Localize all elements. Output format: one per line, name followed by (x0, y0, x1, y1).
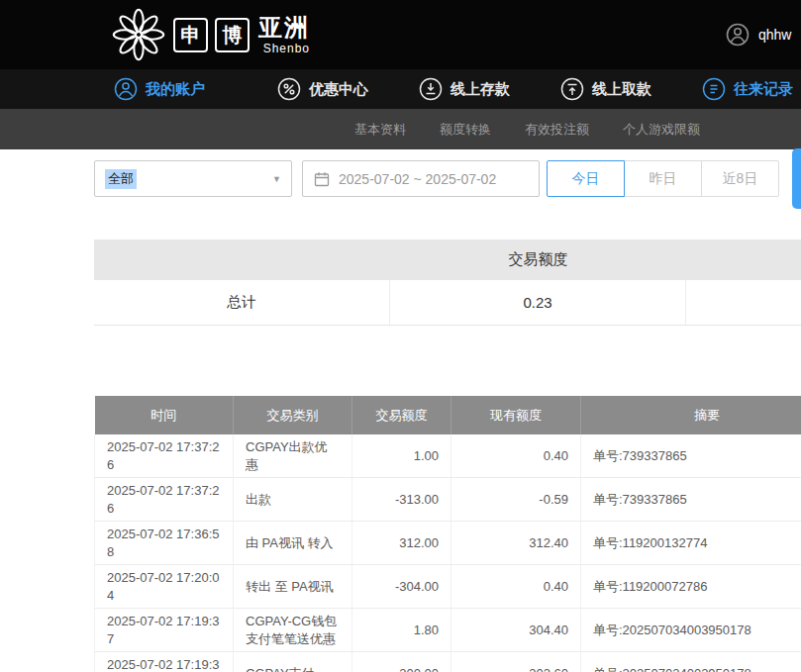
withdraw-icon (560, 77, 584, 101)
nav-item-my-account[interactable]: 我的账户 (114, 69, 205, 109)
summary-header-label: 交易额度 (390, 250, 686, 269)
logo-region-text: 亚洲 (258, 16, 310, 40)
page: 申 博 亚洲 Shenbo qhhw (0, 0, 801, 672)
cell-amount: 1.00 (352, 434, 451, 478)
type-select[interactable]: 全部 ▼ (94, 160, 292, 197)
nav-item-withdraw[interactable]: 线上取款 (560, 69, 651, 109)
cell-type: CGPAY-CG钱包支付笔笔送优惠 (234, 609, 352, 652)
top-header: 申 博 亚洲 Shenbo qhhw (0, 0, 801, 69)
cell-summary: 单号:202507034003950178 (581, 609, 801, 652)
cell-time: 2025-07-02 17:36:58 (95, 522, 234, 565)
transactions-table: 时间 交易类别 交易额度 现有额度 摘要 2025-07-02 17:37:26… (94, 396, 801, 672)
cell-amount: 312.00 (352, 522, 451, 565)
cell-type: CGPAY出款优惠 (234, 434, 352, 478)
column-header-type: 交易类别 (234, 396, 352, 434)
cell-summary: 单号:739337865 (581, 478, 801, 522)
table-row: 2025-07-02 17:19:37CGPAY支付300.00302.60单号… (95, 652, 801, 672)
deposit-icon (419, 77, 443, 101)
brand-logo: 申 博 亚洲 Shenbo (111, 7, 310, 62)
cell-balance: 0.40 (451, 565, 581, 609)
summary-table: 交易额度 总计 0.23 (94, 240, 801, 326)
table-row: 2025-07-02 17:37:26出款-313.00-0.59单号:7393… (95, 478, 801, 522)
side-tab[interactable] (792, 148, 801, 209)
subnav-item-game-limits[interactable]: 个人游戏限额 (623, 121, 700, 139)
calendar-icon (314, 171, 330, 187)
cell-amount: -304.00 (352, 565, 451, 609)
yesterday-button[interactable]: 昨日 (624, 160, 702, 197)
cell-balance: 302.60 (451, 652, 581, 672)
date-range-input[interactable]: 2025-07-02 ~ 2025-07-02 (302, 160, 540, 197)
logo-char-shen: 申 (173, 18, 208, 52)
subnav-item-credit-transfer[interactable]: 额度转换 (440, 121, 491, 139)
flower-logo-icon (111, 7, 166, 62)
avatar-icon (726, 23, 750, 47)
cell-balance: -0.59 (451, 478, 581, 522)
column-header-amount: 交易额度 (352, 396, 451, 434)
subnav-item-valid-bets[interactable]: 有效投注额 (525, 121, 589, 139)
cell-time: 2025-07-02 17:19:37 (95, 652, 234, 672)
cell-time: 2025-07-02 17:37:26 (95, 478, 234, 522)
last8days-button[interactable]: 近8日 (701, 160, 779, 197)
username-text: qhhw (758, 27, 791, 43)
date-range-value: 2025-07-02 ~ 2025-07-02 (339, 171, 496, 187)
table-row: 2025-07-02 17:37:26CGPAY出款优惠1.000.40单号:7… (95, 434, 801, 478)
table-row: 2025-07-02 17:19:37CGPAY-CG钱包支付笔笔送优惠1.80… (95, 609, 801, 652)
cell-summary: 单号:119200072786 (581, 565, 801, 609)
records-icon (702, 77, 726, 101)
cell-summary: 单号:202507034003950178 (581, 652, 801, 672)
cell-balance: 312.40 (451, 522, 581, 565)
cell-type: 出款 (234, 478, 352, 522)
nav-item-label: 线上取款 (592, 80, 651, 99)
cell-balance: 0.40 (451, 434, 581, 478)
column-header-time: 时间 (95, 396, 234, 434)
summary-total-row: 总计 0.23 (94, 280, 801, 326)
summary-total-value: 0.23 (390, 280, 686, 325)
summary-total-label: 总计 (94, 280, 390, 325)
cell-balance: 304.40 (451, 609, 581, 652)
table-row: 2025-07-02 17:36:58由 PA视讯 转入312.00312.40… (95, 522, 801, 565)
chevron-down-icon: ▼ (272, 174, 281, 184)
today-button[interactable]: 今日 (547, 160, 625, 197)
nav-item-label: 我的账户 (146, 80, 205, 99)
nav-item-label: 往来记录 (734, 80, 793, 99)
column-header-summary: 摘要 (581, 396, 801, 434)
nav-item-label: 优惠中心 (309, 80, 368, 99)
subnav-item-basic-info[interactable]: 基本资料 (354, 121, 406, 139)
cell-type: 由 PA视讯 转入 (234, 522, 352, 565)
nav-item-label: 线上存款 (451, 80, 510, 99)
column-header-balance: 现有额度 (451, 396, 581, 434)
cell-type: 转出 至 PA视讯 (234, 565, 352, 609)
cell-summary: 单号:119200132774 (581, 522, 801, 565)
cell-time: 2025-07-02 17:19:37 (95, 609, 234, 652)
user-icon (114, 77, 138, 101)
sub-nav: 基本资料 额度转换 有效投注额 个人游戏限额 (0, 109, 801, 149)
cell-type: CGPAY支付 (234, 652, 352, 672)
nav-item-deposit[interactable]: 线上存款 (419, 69, 510, 109)
type-select-value: 全部 (105, 169, 137, 189)
quick-date-buttons: 今日 昨日 近8日 (547, 160, 779, 197)
main-nav: 我的账户 优惠中心 线上存款 (0, 69, 801, 109)
cell-amount: 1.80 (352, 609, 451, 652)
cell-amount: -313.00 (352, 478, 451, 522)
logo-sub-text: Shenbo (263, 43, 310, 54)
logo-char-bo: 博 (215, 18, 250, 52)
cell-amount: 300.00 (352, 652, 451, 672)
cell-time: 2025-07-02 17:20:04 (95, 565, 234, 609)
table-row: 2025-07-02 17:20:04转出 至 PA视讯-304.000.40单… (95, 565, 801, 609)
summary-total-blank (686, 280, 801, 325)
summary-header-row: 交易额度 (94, 240, 801, 280)
promo-icon (277, 77, 301, 101)
transactions-body: 2025-07-02 17:37:26CGPAY出款优惠1.000.40单号:7… (95, 434, 801, 672)
cell-summary: 单号:739337865 (581, 434, 801, 478)
table-header-row: 时间 交易类别 交易额度 现有额度 摘要 (95, 396, 801, 434)
nav-item-records[interactable]: 往来记录 (702, 69, 793, 109)
cell-time: 2025-07-02 17:37:26 (95, 434, 234, 478)
nav-item-promotions[interactable]: 优惠中心 (277, 69, 368, 109)
user-account[interactable]: qhhw (726, 23, 791, 47)
